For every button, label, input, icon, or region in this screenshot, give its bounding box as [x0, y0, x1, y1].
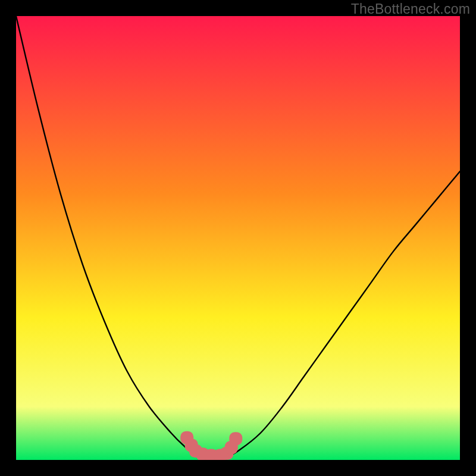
gradient-background: [16, 16, 460, 460]
bottleneck-chart: [16, 16, 460, 460]
outer-frame: TheBottleneck.com: [0, 0, 476, 476]
valley-marker: [229, 432, 242, 445]
watermark-text: TheBottleneck.com: [351, 1, 470, 17]
